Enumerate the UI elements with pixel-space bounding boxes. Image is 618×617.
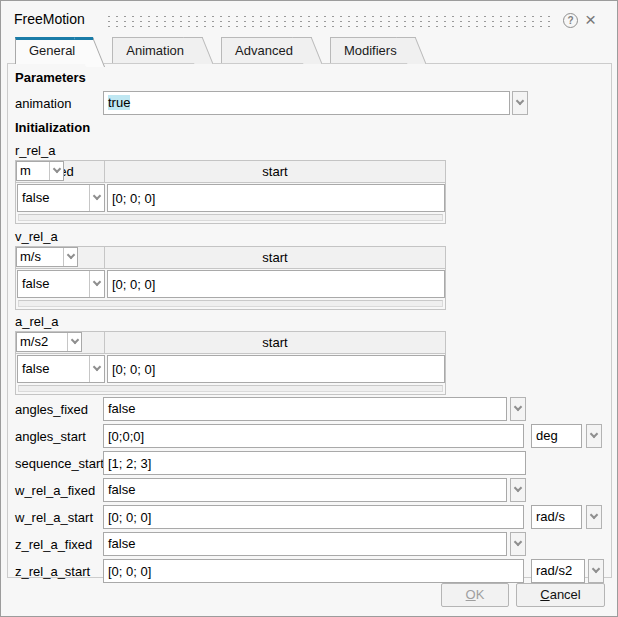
z-rel-a-start-unit-arrow[interactable] xyxy=(588,559,604,583)
group-label-v-rel-a: v_rel_a xyxy=(15,229,58,244)
a-rel-a-fixed-combobox[interactable]: false xyxy=(17,355,105,383)
help-icon[interactable]: ? xyxy=(563,13,578,28)
angles-start-unit-arrow[interactable] xyxy=(586,424,602,448)
v-rel-a-fixed-combobox[interactable]: false xyxy=(17,270,105,298)
close-icon[interactable]: × xyxy=(585,10,596,29)
sequence-start-input[interactable] xyxy=(103,451,526,475)
r-rel-a-unit-combobox[interactable]: m xyxy=(16,161,64,181)
start-column-header: start xyxy=(105,161,445,182)
z-rel-a-fixed-label: z_rel_a_fixed xyxy=(15,537,92,552)
a-rel-a-unit-combobox[interactable]: m/s2 xyxy=(16,332,82,352)
sequence-start-label: sequence_start xyxy=(15,456,104,471)
ok-button: OK xyxy=(441,583,509,607)
chevron-down-icon xyxy=(514,484,522,492)
animation-value: true xyxy=(108,95,130,110)
z-rel-a-start-unit-combobox[interactable]: rad/s2 xyxy=(531,559,585,583)
chevron-down-icon[interactable] xyxy=(89,271,104,297)
angles-start-input[interactable] xyxy=(103,424,524,448)
w-rel-a-start-label: w_rel_a_start xyxy=(15,510,93,525)
angles-start-unit-combobox[interactable]: deg xyxy=(531,424,582,448)
angles-fixed-combobox[interactable]: false xyxy=(103,397,507,421)
animation-combobox-arrow[interactable] xyxy=(512,91,528,115)
chevron-down-icon[interactable] xyxy=(67,333,81,351)
w-rel-a-start-unit-combobox[interactable]: rad/s xyxy=(531,505,582,529)
w-rel-a-start-unit-arrow[interactable] xyxy=(586,505,602,529)
group-label-a-rel-a: a_rel_a xyxy=(15,314,58,329)
r-rel-a-start-input[interactable] xyxy=(107,184,445,212)
angles-start-label: angles_start xyxy=(15,429,86,444)
animation-label: animation xyxy=(15,96,71,111)
chevron-down-icon xyxy=(514,538,522,546)
group-label-r-rel-a: r_rel_a xyxy=(15,143,55,158)
z-rel-a-fixed-combobox-arrow[interactable] xyxy=(510,532,526,556)
start-column-header: start xyxy=(105,332,445,353)
w-rel-a-fixed-combobox-arrow[interactable] xyxy=(510,478,526,502)
a-rel-a-start-input[interactable] xyxy=(107,355,445,383)
chevron-down-icon[interactable] xyxy=(89,356,104,382)
chevron-down-icon xyxy=(592,565,600,573)
w-rel-a-fixed-label: w_rel_a_fixed xyxy=(15,483,95,498)
tab-advanced[interactable]: Advanced xyxy=(221,37,306,63)
v-rel-a-start-input[interactable] xyxy=(107,270,445,298)
angles-fixed-label: angles_fixed xyxy=(15,402,88,417)
chevron-down-icon xyxy=(590,511,598,519)
horizontal-scrollbar[interactable] xyxy=(18,300,443,307)
chevron-down-icon[interactable] xyxy=(89,185,104,211)
chevron-down-icon xyxy=(590,430,598,438)
r-rel-a-table: fixed start false xyxy=(15,160,446,224)
chevron-down-icon[interactable] xyxy=(49,162,63,180)
r-rel-a-fixed-combobox[interactable]: false xyxy=(17,184,105,212)
horizontal-scrollbar[interactable] xyxy=(18,214,443,221)
animation-combobox[interactable]: true xyxy=(103,91,510,115)
chevron-down-icon[interactable] xyxy=(63,248,77,266)
tab-bar: General Animation Advanced Modifiers xyxy=(1,37,618,63)
horizontal-scrollbar[interactable] xyxy=(18,385,443,392)
cancel-button[interactable]: Cancel xyxy=(516,583,605,607)
z-rel-a-fixed-combobox[interactable]: false xyxy=(103,532,507,556)
v-rel-a-unit-combobox[interactable]: m/s xyxy=(16,247,78,267)
v-rel-a-table: fixed start false xyxy=(15,246,446,310)
tab-modifiers[interactable]: Modifiers xyxy=(330,37,410,63)
dialog-title: FreeMotion xyxy=(14,11,85,27)
z-rel-a-start-label: z_rel_a_start xyxy=(15,564,90,579)
freemotion-parameters-dialog: FreeMotion ? × General Animation Advance… xyxy=(0,0,618,617)
w-rel-a-start-input[interactable] xyxy=(103,505,524,529)
tab-animation[interactable]: Animation xyxy=(112,37,197,63)
start-column-header: start xyxy=(105,247,445,268)
angles-fixed-combobox-arrow[interactable] xyxy=(510,397,526,421)
tab-general[interactable]: General xyxy=(15,37,88,64)
w-rel-a-fixed-combobox[interactable]: false xyxy=(103,478,507,502)
chevron-down-icon xyxy=(514,403,522,411)
section-parameters: Parameters xyxy=(15,70,86,85)
drag-handle-dots[interactable] xyxy=(105,13,553,27)
chevron-down-icon xyxy=(516,97,524,105)
section-initialization: Initialization xyxy=(15,120,90,135)
z-rel-a-start-input[interactable] xyxy=(103,559,524,583)
